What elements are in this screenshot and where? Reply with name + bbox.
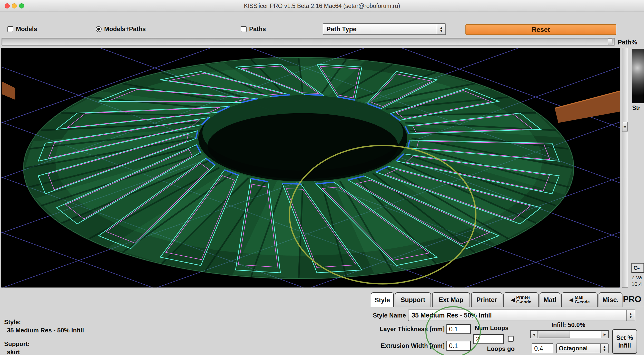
path-percent-slider[interactable] — [2, 38, 615, 46]
gcode-button[interactable]: G- — [631, 263, 644, 273]
style-name-label: Style Name — [373, 312, 406, 319]
tab-matl-gcode-line1: Matl — [575, 295, 590, 300]
models-label: Models — [16, 25, 37, 33]
tab-matl[interactable]: Matl — [540, 292, 560, 307]
z-label: Z va — [631, 274, 642, 281]
tab-style[interactable]: Style — [371, 292, 394, 307]
support-heading: Support: — [4, 340, 30, 348]
stepper-down-icon: ▼ — [629, 315, 632, 319]
infill-percent-label: Infill: 50.0% — [536, 321, 600, 329]
models-option[interactable]: Models — [7, 25, 37, 33]
strength-label: Str — [632, 105, 640, 111]
infill-pattern-stepper[interactable]: ▲ ▼ — [600, 344, 608, 353]
infill-slider-thumb[interactable] — [539, 331, 570, 338]
layer-thickness-label: Layer Thickness [mm] — [372, 325, 445, 333]
style-value: 35 Medium Res - 50% Infill — [7, 327, 84, 334]
tab-ext-map-label: Ext Map — [439, 296, 463, 304]
gcode-label: G- — [633, 265, 640, 271]
path-type-dropdown[interactable]: Path Type ▲ ▼ — [323, 23, 446, 35]
tab-style-label: Style — [375, 296, 390, 304]
path-percent-slider-thumb[interactable] — [608, 39, 612, 45]
infill-slider-left-arrow[interactable]: ◀ — [531, 331, 538, 338]
window-title: KISSlicer PRO v1.5 Beta 2.16 Mac64 (seta… — [0, 0, 644, 12]
set-infill-line1: Set % — [616, 334, 633, 342]
tab-misc-label: Misc. — [602, 296, 619, 304]
infill-pattern-dropdown[interactable]: Octagonal ▲ ▼ — [556, 343, 609, 353]
infill-slider-right-arrow[interactable]: ▶ — [601, 331, 608, 338]
path-type-value: Path Type — [323, 24, 437, 34]
tab-matl-label: Matl — [544, 296, 557, 304]
viewport-3d[interactable] — [1, 48, 620, 288]
extrusion-width-input[interactable] — [446, 341, 471, 351]
tab-support-label: Support — [401, 296, 425, 304]
stepper-up-icon: ▲ — [629, 312, 632, 315]
infill-slider[interactable]: ◀ ▶ — [530, 330, 609, 338]
num-loops-input[interactable] — [473, 334, 504, 344]
z-value-label: 10.4 — [631, 281, 642, 287]
tab-printer-gcode-line2: G-code — [516, 300, 531, 304]
minimize-button[interactable] — [12, 3, 17, 8]
kisslicer-window: { "window": { "title": "KISSlicer PRO v1… — [0, 0, 644, 355]
viewport-vertical-slider[interactable]: ≣ — [622, 48, 628, 288]
left-arrow-icon: ◀ — [511, 297, 515, 303]
style-name-stepper[interactable]: ▲ ▼ — [626, 310, 635, 321]
pro-badge: PRO — [623, 294, 641, 304]
paths-option[interactable]: Paths — [241, 25, 266, 33]
scroll-right-icon: ▶ — [603, 333, 606, 336]
reset-button[interactable]: Reset — [465, 24, 616, 35]
tab-printer-label: Printer — [476, 296, 497, 304]
paths-label: Paths — [249, 25, 266, 33]
tab-printer-gcode[interactable]: ◀ PrinterG-code — [503, 292, 539, 307]
viewport-vertical-slider-thumb[interactable]: ≣ — [622, 122, 628, 132]
support-value: skirt — [7, 349, 20, 355]
radio-dot-icon — [97, 28, 100, 31]
num-loops-label: Num Loops — [475, 324, 509, 332]
stepper-down-icon: ▼ — [603, 348, 606, 352]
tab-misc[interactable]: Misc. — [599, 292, 622, 307]
set-infill-line2: Infill — [618, 342, 631, 349]
tab-printer-gcode-line1: Printer — [516, 295, 531, 300]
models-paths-label: Models+Paths — [104, 25, 146, 33]
style-heading: Style: — [4, 319, 21, 326]
models-paths-radio[interactable] — [96, 26, 102, 32]
preview-thumbnail-image — [632, 49, 644, 103]
grip-icon: ≣ — [623, 125, 627, 129]
viewport-canvas — [1, 48, 620, 287]
settings-tabs: Style Support Ext Map Printer ◀ PrinterG… — [371, 292, 622, 307]
path-percent-label: Path% — [618, 39, 637, 46]
set-percent-infill-button[interactable]: Set % Infill — [612, 329, 637, 354]
close-button[interactable] — [5, 3, 10, 8]
zoom-button[interactable] — [19, 3, 24, 8]
path-type-stepper[interactable]: ▲ ▼ — [437, 24, 445, 34]
tab-matl-gcode[interactable]: ◀ MatlG-code — [561, 292, 598, 307]
left-arrow-icon: ◀ — [569, 297, 573, 303]
style-name-value: 35 Medium Res - 50% Infill — [408, 310, 626, 321]
layer-thickness-input[interactable] — [446, 324, 471, 334]
stepper-up-icon: ▲ — [440, 26, 443, 29]
models-checkbox[interactable] — [7, 26, 13, 32]
loops-go-label: Loops go — [487, 345, 515, 352]
extrusion-width-label: Extrusion Width [mm] — [372, 342, 445, 349]
paths-checkbox[interactable] — [241, 26, 247, 32]
style-name-dropdown[interactable]: 35 Medium Res - 50% Infill ▲ ▼ — [408, 310, 635, 321]
tab-support[interactable]: Support — [395, 292, 431, 307]
reset-label: Reset — [532, 26, 550, 34]
loops-checkbox[interactable] — [508, 336, 514, 342]
tab-ext-map[interactable]: Ext Map — [432, 292, 470, 307]
models-paths-option[interactable]: Models+Paths — [96, 25, 146, 33]
scroll-left-icon: ◀ — [533, 333, 535, 336]
infill-ratio-input[interactable] — [532, 343, 553, 353]
infill-pattern-value: Octagonal — [557, 344, 600, 353]
titlebar: KISSlicer PRO v1.5 Beta 2.16 Mac64 (seta… — [0, 0, 644, 12]
tab-matl-gcode-line2: G-code — [575, 300, 590, 304]
stepper-down-icon: ▼ — [440, 29, 443, 33]
tab-printer[interactable]: Printer — [471, 292, 502, 307]
